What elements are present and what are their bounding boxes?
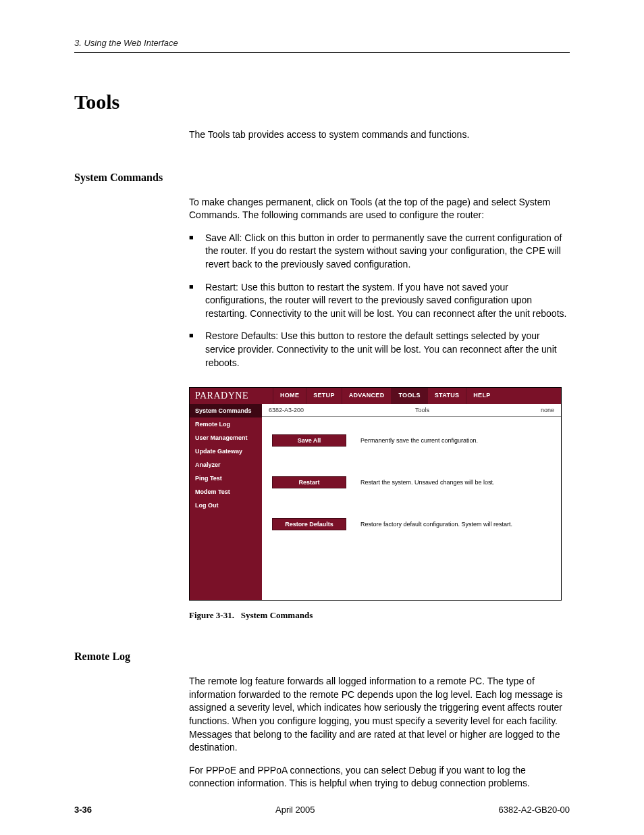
sidebar-item-log-out[interactable]: Log Out: [190, 499, 262, 512]
footer-doc-id: 6382-A2-GB20-00: [498, 805, 570, 815]
bullet-restart: Restart: Use this button to restart the …: [189, 281, 570, 321]
brand-logo: PARADYNE: [190, 388, 273, 404]
titlebar-right: none: [541, 407, 554, 413]
top-nav-tabs: HOME SETUP ADVANCED TOOLS STATUS HELP: [273, 388, 561, 404]
footer-date: April 2005: [275, 805, 315, 815]
section-title-remote-log: Remote Log: [74, 651, 570, 663]
titlebar-left: 6382-A3-200: [269, 407, 304, 413]
figure-title: System Commands: [241, 610, 313, 620]
sidebar-item-user-management[interactable]: User Management: [190, 431, 262, 445]
remotelog-p2: For PPPoE and PPPoA connections, you can…: [189, 764, 570, 790]
restart-button[interactable]: Restart: [272, 476, 346, 488]
sidebar-item-update-gateway[interactable]: Update Gateway: [190, 445, 262, 458]
sidebar-item-system-commands[interactable]: System Commands: [190, 404, 262, 418]
figure-caption: Figure 3-31. System Commands: [189, 610, 570, 621]
content-titlebar: 6382-A3-200 Tools none: [262, 404, 561, 417]
tab-help[interactable]: HELP: [466, 388, 497, 404]
bullet-restore-defaults: Restore Defaults: Use this button to res…: [189, 330, 570, 370]
tab-advanced[interactable]: ADVANCED: [342, 388, 392, 404]
page-number: 3-36: [74, 805, 92, 815]
titlebar-mid: Tools: [415, 407, 429, 413]
figure-number: Figure 3-31.: [189, 610, 234, 620]
tools-intro: The Tools tab provides access to system …: [189, 128, 570, 142]
sidebar-item-remote-log[interactable]: Remote Log: [190, 418, 262, 431]
tab-status[interactable]: STATUS: [427, 388, 466, 404]
section-title-tools: Tools: [74, 91, 570, 113]
restart-description: Restart the system. Unsaved changes will…: [360, 479, 554, 486]
remotelog-p1: The remote log feature forwards all logg…: [189, 675, 570, 755]
restore-defaults-description: Restore factory default configuration. S…: [360, 521, 554, 528]
save-all-description: Permanently save the current configurati…: [360, 437, 554, 444]
running-header: 3. Using the Web Interface: [74, 38, 570, 53]
sidebar: System Commands Remote Log User Manageme…: [190, 404, 262, 600]
tab-home[interactable]: HOME: [273, 388, 306, 404]
sidebar-item-analyzer[interactable]: Analyzer: [190, 458, 262, 472]
bullet-save-all: Save All: Click on this button in order …: [189, 232, 570, 272]
section-title-system-commands: System Commands: [74, 172, 570, 184]
save-all-button[interactable]: Save All: [272, 434, 346, 447]
figure-system-commands: PARADYNE HOME SETUP ADVANCED TOOLS STATU…: [189, 387, 562, 601]
restore-defaults-button[interactable]: Restore Defaults: [272, 518, 346, 530]
sidebar-item-modem-test[interactable]: Modem Test: [190, 485, 262, 499]
syscmd-intro: To make changes permanent, click on Tool…: [189, 196, 570, 222]
tab-setup[interactable]: SETUP: [306, 388, 342, 404]
tab-tools[interactable]: TOOLS: [391, 388, 427, 404]
sidebar-item-ping-test[interactable]: Ping Test: [190, 472, 262, 485]
